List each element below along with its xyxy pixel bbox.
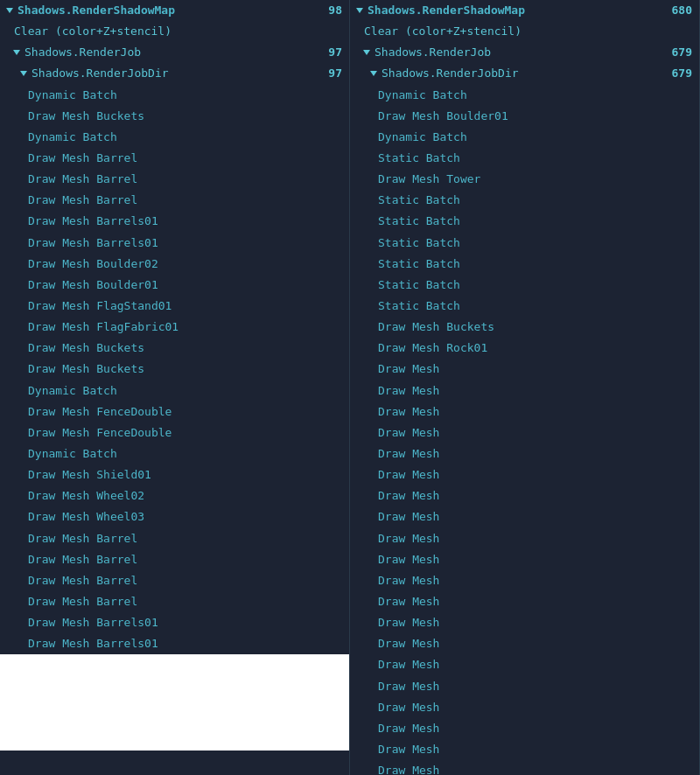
list-item[interactable]: Draw Mesh — [350, 612, 699, 633]
panel-header: Shadows.RenderShadowMap680 — [350, 0, 699, 21]
list-item[interactable]: Draw Mesh Barrels01 — [0, 612, 349, 633]
list-item[interactable]: Draw Mesh Barrels01 — [0, 233, 349, 254]
list-item[interactable]: Draw Mesh Buckets — [0, 338, 349, 359]
list-item[interactable]: Static Batch — [350, 211, 699, 232]
list-item[interactable]: Draw Mesh Wheel03 — [0, 506, 349, 527]
list-item[interactable]: Draw Mesh — [350, 718, 699, 739]
list-item[interactable]: Static Batch — [350, 233, 699, 254]
section-count: 679 — [672, 65, 692, 82]
list-item[interactable]: Draw Mesh Buckets — [350, 317, 699, 338]
list-item[interactable]: Draw Mesh — [350, 549, 699, 570]
list-item[interactable]: Draw Mesh Boulder01 — [350, 106, 699, 127]
list-item[interactable]: Dynamic Batch — [0, 381, 349, 401]
list-item[interactable]: Draw Mesh Wheel02 — [0, 485, 349, 506]
list-item[interactable]: Draw Mesh — [350, 359, 699, 380]
list-item[interactable]: Draw Mesh Buckets — [0, 359, 349, 380]
list-item[interactable]: Draw Mesh — [350, 697, 699, 718]
list-item[interactable]: Draw Mesh — [350, 422, 699, 443]
list-item[interactable]: Dynamic Batch — [0, 85, 349, 106]
panel-count: 98 — [328, 2, 342, 19]
panel-header: Shadows.RenderShadowMap98 — [0, 0, 349, 21]
list-item[interactable]: Draw Mesh Rock01 — [350, 338, 699, 359]
section-collapse-icon[interactable] — [370, 71, 377, 76]
list-item[interactable]: Draw Mesh Barrel — [0, 591, 349, 612]
list-item[interactable]: Dynamic Batch — [350, 127, 699, 148]
list-item[interactable]: Draw Mesh Barrel — [0, 190, 349, 211]
list-item[interactable]: Static Batch — [350, 254, 699, 275]
list-item[interactable]: Draw Mesh FlagFabric01 — [0, 317, 349, 338]
section-header[interactable]: Shadows.RenderJob679 — [350, 42, 699, 63]
list-item[interactable]: Draw Mesh Shield01 — [0, 464, 349, 485]
list-item[interactable]: Draw Mesh Boulder02 — [0, 254, 349, 275]
list-item[interactable]: Draw Mesh — [350, 676, 699, 697]
list-item[interactable]: Draw Mesh — [350, 760, 699, 775]
list-item[interactable]: Draw Mesh — [350, 485, 699, 506]
panel-title: Shadows.RenderShadowMap — [18, 2, 175, 19]
list-item[interactable]: Draw Mesh Barrels01 — [0, 633, 349, 654]
list-item[interactable]: Draw Mesh Barrel — [0, 169, 349, 190]
section-header[interactable]: Shadows.RenderJobDir679 — [350, 63, 699, 84]
list-item[interactable]: Draw Mesh Barrel — [0, 528, 349, 549]
list-item[interactable]: Draw Mesh Barrels01 — [0, 211, 349, 232]
section-count: 679 — [672, 44, 692, 61]
panel-count: 680 — [672, 2, 692, 19]
list-item[interactable]: Static Batch — [350, 275, 699, 296]
section-collapse-icon[interactable] — [20, 71, 27, 76]
list-item[interactable]: Draw Mesh — [350, 654, 699, 675]
list-item[interactable]: Draw Mesh FenceDouble — [0, 401, 349, 422]
list-item[interactable]: Draw Mesh — [350, 528, 699, 549]
section-header[interactable]: Shadows.RenderJobDir97 — [0, 63, 349, 84]
list-item[interactable]: Draw Mesh Buckets — [0, 106, 349, 127]
section-label: Shadows.RenderJobDir — [32, 65, 169, 82]
right-panel: Shadows.RenderShadowMap680Clear (color+Z… — [350, 0, 700, 775]
list-item[interactable]: Static Batch — [350, 296, 699, 317]
left-panel: Shadows.RenderShadowMap98Clear (color+Z+… — [0, 0, 350, 775]
section-count: 97 — [328, 44, 342, 61]
list-item[interactable]: Draw Mesh — [350, 464, 699, 485]
list-item[interactable]: Draw Mesh — [350, 381, 699, 401]
collapse-icon[interactable] — [356, 8, 363, 13]
list-item[interactable]: Dynamic Batch — [0, 127, 349, 148]
section-label: Shadows.RenderJobDir — [382, 65, 519, 82]
list-item[interactable]: Draw Mesh — [350, 443, 699, 464]
list-item[interactable]: Draw Mesh Boulder01 — [0, 275, 349, 296]
list-item[interactable]: Draw Mesh — [350, 591, 699, 612]
list-item[interactable]: Static Batch — [350, 190, 699, 211]
collapse-icon[interactable] — [6, 8, 13, 13]
list-item[interactable]: Dynamic Batch — [0, 443, 349, 464]
list-item[interactable]: Draw Mesh — [350, 506, 699, 527]
list-item[interactable]: Draw Mesh — [350, 401, 699, 422]
panel-title: Shadows.RenderShadowMap — [368, 2, 525, 19]
list-item[interactable]: Static Batch — [350, 148, 699, 169]
clear-item: Clear (color+Z+stencil) — [350, 21, 699, 42]
list-item[interactable]: Dynamic Batch — [350, 85, 699, 106]
white-block — [0, 654, 349, 751]
list-item[interactable]: Draw Mesh Barrel — [0, 549, 349, 570]
section-collapse-icon[interactable] — [363, 50, 370, 55]
list-item[interactable]: Draw Mesh — [350, 633, 699, 654]
list-item[interactable]: Draw Mesh FlagStand01 — [0, 296, 349, 317]
list-item[interactable]: Draw Mesh FenceDouble — [0, 422, 349, 443]
section-header[interactable]: Shadows.RenderJob97 — [0, 42, 349, 63]
list-item[interactable]: Draw Mesh — [350, 739, 699, 760]
list-item[interactable]: Draw Mesh Tower — [350, 169, 699, 190]
list-item[interactable]: Draw Mesh Barrel — [0, 570, 349, 591]
list-item[interactable]: Draw Mesh Barrel — [0, 148, 349, 169]
list-item[interactable]: Draw Mesh — [350, 570, 699, 591]
section-collapse-icon[interactable] — [13, 50, 20, 55]
clear-item: Clear (color+Z+stencil) — [0, 21, 349, 42]
section-label: Shadows.RenderJob — [374, 44, 491, 61]
section-count: 97 — [328, 65, 342, 82]
section-label: Shadows.RenderJob — [24, 44, 141, 61]
